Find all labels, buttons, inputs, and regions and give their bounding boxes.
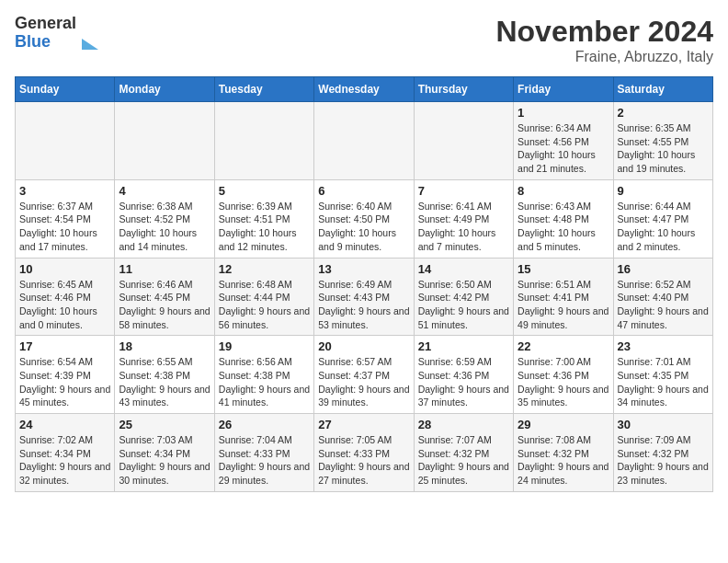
calendar-week-2: 3Sunrise: 6:37 AM Sunset: 4:54 PM Daylig… [16, 179, 713, 258]
day-info: Sunrise: 6:44 AM Sunset: 4:47 PM Dayligh… [618, 200, 709, 254]
calendar-cell: 24Sunrise: 7:02 AM Sunset: 4:34 PM Dayli… [16, 414, 115, 492]
day-info: Sunrise: 7:05 AM Sunset: 4:33 PM Dayligh… [318, 433, 409, 488]
calendar-cell [115, 102, 214, 180]
calendar-cell: 4Sunrise: 6:38 AM Sunset: 4:52 PM Daylig… [115, 179, 214, 258]
day-info: Sunrise: 6:46 AM Sunset: 4:45 PM Dayligh… [119, 278, 210, 332]
day-number: 30 [618, 418, 709, 431]
day-info: Sunrise: 6:40 AM Sunset: 4:50 PM Dayligh… [318, 200, 409, 254]
day-info: Sunrise: 6:56 AM Sunset: 4:38 PM Dayligh… [219, 355, 310, 409]
day-number: 19 [219, 339, 310, 353]
title-block: November 2024 Fraine, Abruzzo, Italy [495, 15, 713, 65]
day-info: Sunrise: 6:43 AM Sunset: 4:48 PM Dayligh… [518, 200, 609, 254]
calendar-cell [214, 102, 313, 180]
calendar-cell: 27Sunrise: 7:05 AM Sunset: 4:33 PM Dayli… [314, 414, 414, 492]
calendar-cell: 13Sunrise: 6:49 AM Sunset: 4:43 PM Dayli… [314, 258, 414, 336]
day-info: Sunrise: 6:54 AM Sunset: 4:39 PM Dayligh… [19, 355, 110, 409]
calendar-cell: 18Sunrise: 6:55 AM Sunset: 4:38 PM Dayli… [115, 336, 214, 414]
day-number: 9 [618, 184, 709, 198]
day-info: Sunrise: 7:03 AM Sunset: 4:34 PM Dayligh… [119, 433, 210, 488]
day-number: 28 [418, 418, 509, 431]
day-info: Sunrise: 6:45 AM Sunset: 4:46 PM Dayligh… [19, 278, 110, 332]
calendar-cell: 12Sunrise: 6:48 AM Sunset: 4:44 PM Dayli… [214, 258, 313, 336]
day-number: 11 [119, 262, 210, 276]
column-header-tuesday: Tuesday [214, 77, 313, 102]
day-number: 6 [318, 184, 409, 198]
day-number: 2 [618, 106, 709, 120]
day-info: Sunrise: 6:59 AM Sunset: 4:36 PM Dayligh… [418, 355, 509, 409]
page-subtitle: Fraine, Abruzzo, Italy [495, 49, 713, 65]
day-number: 22 [518, 339, 609, 353]
calendar-cell [16, 102, 115, 180]
day-info: Sunrise: 6:35 AM Sunset: 4:55 PM Dayligh… [618, 121, 709, 176]
calendar-cell: 17Sunrise: 6:54 AM Sunset: 4:39 PM Dayli… [16, 336, 115, 414]
day-info: Sunrise: 6:48 AM Sunset: 4:44 PM Dayligh… [219, 278, 310, 332]
day-info: Sunrise: 6:39 AM Sunset: 4:51 PM Dayligh… [219, 200, 310, 254]
day-number: 15 [518, 262, 609, 276]
calendar-cell: 8Sunrise: 6:43 AM Sunset: 4:48 PM Daylig… [514, 179, 613, 258]
day-number: 25 [119, 418, 210, 431]
calendar-cell: 16Sunrise: 6:52 AM Sunset: 4:40 PM Dayli… [613, 258, 712, 336]
column-header-thursday: Thursday [414, 77, 513, 102]
logo-blue: Blue [15, 33, 76, 52]
calendar-cell: 9Sunrise: 6:44 AM Sunset: 4:47 PM Daylig… [613, 179, 712, 258]
day-number: 29 [518, 418, 609, 431]
calendar-week-1: 1Sunrise: 6:34 AM Sunset: 4:56 PM Daylig… [16, 102, 713, 180]
day-number: 23 [618, 339, 709, 353]
day-info: Sunrise: 7:01 AM Sunset: 4:35 PM Dayligh… [618, 355, 709, 409]
day-info: Sunrise: 6:49 AM Sunset: 4:43 PM Dayligh… [318, 278, 409, 332]
calendar-header: SundayMondayTuesdayWednesdayThursdayFrid… [16, 77, 713, 102]
logo-arrow-icon [82, 39, 98, 50]
column-header-monday: Monday [115, 77, 214, 102]
day-info: Sunrise: 6:41 AM Sunset: 4:49 PM Dayligh… [418, 200, 509, 254]
calendar-cell: 21Sunrise: 6:59 AM Sunset: 4:36 PM Dayli… [414, 336, 513, 414]
calendar-cell: 7Sunrise: 6:41 AM Sunset: 4:49 PM Daylig… [414, 179, 513, 258]
day-info: Sunrise: 7:07 AM Sunset: 4:32 PM Dayligh… [418, 433, 509, 488]
calendar-cell: 14Sunrise: 6:50 AM Sunset: 4:42 PM Dayli… [414, 258, 513, 336]
header-row: SundayMondayTuesdayWednesdayThursdayFrid… [16, 77, 713, 102]
day-number: 18 [119, 339, 210, 353]
column-header-saturday: Saturday [613, 77, 712, 102]
day-info: Sunrise: 6:52 AM Sunset: 4:40 PM Dayligh… [618, 278, 709, 332]
calendar-cell [414, 102, 513, 180]
calendar-cell: 10Sunrise: 6:45 AM Sunset: 4:46 PM Dayli… [16, 258, 115, 336]
day-number: 26 [219, 418, 310, 431]
calendar-cell: 19Sunrise: 6:56 AM Sunset: 4:38 PM Dayli… [214, 336, 313, 414]
calendar-cell: 28Sunrise: 7:07 AM Sunset: 4:32 PM Dayli… [414, 414, 513, 492]
calendar-cell: 29Sunrise: 7:08 AM Sunset: 4:32 PM Dayli… [514, 414, 613, 492]
calendar-week-4: 17Sunrise: 6:54 AM Sunset: 4:39 PM Dayli… [16, 336, 713, 414]
logo: General Blue [15, 15, 98, 52]
calendar-cell: 23Sunrise: 7:01 AM Sunset: 4:35 PM Dayli… [613, 336, 712, 414]
day-info: Sunrise: 6:38 AM Sunset: 4:52 PM Dayligh… [119, 200, 210, 254]
day-info: Sunrise: 6:51 AM Sunset: 4:41 PM Dayligh… [518, 278, 609, 332]
day-number: 3 [19, 184, 110, 198]
calendar-week-5: 24Sunrise: 7:02 AM Sunset: 4:34 PM Dayli… [16, 414, 713, 492]
day-number: 27 [318, 418, 409, 431]
day-info: Sunrise: 6:50 AM Sunset: 4:42 PM Dayligh… [418, 278, 509, 332]
page-header: General Blue November 2024 Fraine, Abruz… [15, 15, 713, 65]
day-number: 17 [19, 339, 110, 353]
day-number: 13 [318, 262, 409, 276]
day-number: 7 [418, 184, 509, 198]
day-number: 20 [318, 339, 409, 353]
calendar-table: SundayMondayTuesdayWednesdayThursdayFrid… [15, 76, 713, 492]
day-number: 16 [618, 262, 709, 276]
calendar-cell: 11Sunrise: 6:46 AM Sunset: 4:45 PM Dayli… [115, 258, 214, 336]
calendar-cell: 22Sunrise: 7:00 AM Sunset: 4:36 PM Dayli… [514, 336, 613, 414]
day-info: Sunrise: 7:04 AM Sunset: 4:33 PM Dayligh… [219, 433, 310, 488]
calendar-cell: 20Sunrise: 6:57 AM Sunset: 4:37 PM Dayli… [314, 336, 414, 414]
day-info: Sunrise: 6:34 AM Sunset: 4:56 PM Dayligh… [518, 121, 609, 176]
column-header-friday: Friday [514, 77, 613, 102]
day-info: Sunrise: 6:55 AM Sunset: 4:38 PM Dayligh… [119, 355, 210, 409]
day-info: Sunrise: 7:08 AM Sunset: 4:32 PM Dayligh… [518, 433, 609, 488]
calendar-cell: 3Sunrise: 6:37 AM Sunset: 4:54 PM Daylig… [16, 179, 115, 258]
logo-text-block: General Blue [15, 15, 76, 52]
day-number: 4 [119, 184, 210, 198]
calendar-body: 1Sunrise: 6:34 AM Sunset: 4:56 PM Daylig… [16, 102, 713, 492]
day-info: Sunrise: 6:57 AM Sunset: 4:37 PM Dayligh… [318, 355, 409, 409]
column-header-wednesday: Wednesday [314, 77, 414, 102]
calendar-week-3: 10Sunrise: 6:45 AM Sunset: 4:46 PM Dayli… [16, 258, 713, 336]
day-number: 21 [418, 339, 509, 353]
calendar-cell: 1Sunrise: 6:34 AM Sunset: 4:56 PM Daylig… [514, 102, 613, 180]
calendar-cell: 5Sunrise: 6:39 AM Sunset: 4:51 PM Daylig… [214, 179, 313, 258]
calendar-cell: 30Sunrise: 7:09 AM Sunset: 4:32 PM Dayli… [613, 414, 712, 492]
